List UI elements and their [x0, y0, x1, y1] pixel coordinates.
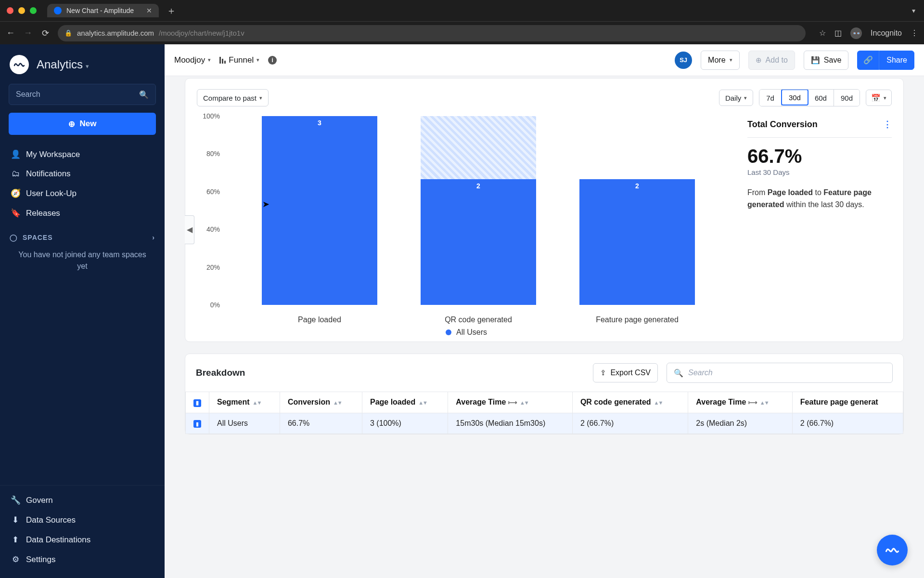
sidebar-item-workspace[interactable]: 👤My Workspace [5, 144, 160, 164]
range-7d[interactable]: 7d [759, 90, 782, 106]
compare-label: Compare to past [203, 94, 257, 102]
table-row[interactable]: ▮ All Users 66.7% 3 (100%) 15m30s (Media… [186, 413, 903, 434]
chevron-down-icon: ▾ [208, 57, 211, 63]
col-avg-time-2[interactable]: Average Time ⟼▲▼ [688, 392, 793, 413]
sidebar-item-data-sources[interactable]: ⬇Data Sources [5, 510, 160, 530]
bookmark-icon[interactable]: ☆ [819, 28, 826, 38]
col-conversion[interactable]: Conversion▲▼ [280, 392, 362, 413]
search-icon: 🔍 [139, 90, 149, 99]
metric-subtitle: Last 30 Days [747, 168, 892, 176]
sidebar-item-data-destinations[interactable]: ⬆Data Destinations [5, 530, 160, 550]
ytick: 100% [203, 112, 220, 120]
sidebar-item-label: Data Destinations [26, 535, 90, 545]
minimize-window-icon[interactable] [18, 7, 25, 14]
chevron-down-icon: ▾ [744, 95, 747, 101]
amplitude-logo [10, 55, 29, 74]
date-range-segments: 7d 30d 60d 90d [759, 89, 860, 106]
browser-tab[interactable]: New Chart - Amplitude ✕ [47, 4, 159, 17]
new-tab-button[interactable]: ＋ [167, 4, 176, 17]
workspace-label: Moodjoy [174, 55, 205, 65]
amplitude-icon [885, 543, 899, 557]
panel-collapse-handle[interactable]: ◀ [185, 215, 194, 244]
sidebar-item-label: Govern [26, 496, 53, 505]
reload-button[interactable]: ⟳ [40, 28, 50, 39]
address-bar[interactable]: 🔒 analytics.amplitude.com/moodjoy/chart/… [58, 25, 806, 41]
ytick: 20% [206, 263, 220, 271]
cell-avg1: 15m30s (Median 15m30s) [448, 413, 573, 434]
cell-feature: 2 (66.7%) [792, 413, 903, 434]
avatar[interactable]: SJ [675, 52, 692, 69]
url-path: /moodjoy/chart/new/j1jto1v [159, 29, 244, 37]
sidebar-item-user-lookup[interactable]: 🧭User Look-Up [5, 184, 160, 203]
sidebar-brand[interactable]: Analytics▾ [37, 58, 89, 71]
add-to-button: ⊕Add to [748, 51, 795, 70]
maximize-window-icon[interactable] [30, 7, 37, 14]
col-feature[interactable]: Feature page generat [792, 392, 903, 413]
date-picker[interactable]: 📅▾ [866, 90, 892, 106]
granularity-dropdown[interactable]: Daily▾ [719, 90, 753, 106]
range-60d[interactable]: 60d [808, 90, 834, 106]
person-icon: 👤 [11, 149, 20, 159]
download-icon: ⬇ [11, 515, 20, 525]
save-label: Save [824, 56, 841, 65]
chart-type-dropdown[interactable]: Funnel▾ [219, 55, 259, 65]
tabs-overflow-icon[interactable]: ▾ [912, 7, 915, 14]
range-30d[interactable]: 30d [781, 89, 808, 105]
browser-menu-icon[interactable]: ⋮ [911, 28, 918, 38]
arrow-icon: ⟼ [508, 399, 517, 406]
col-qr[interactable]: QR code generated▲▼ [572, 392, 688, 413]
share-label: Share [886, 56, 907, 65]
more-button[interactable]: More▾ [701, 51, 739, 70]
col-avg-time-1[interactable]: Average Time ⟼▲▼ [448, 392, 573, 413]
help-fab[interactable] [877, 535, 908, 565]
sort-icon: ▲▼ [654, 400, 663, 406]
col-page-loaded[interactable]: Page loaded▲▼ [362, 392, 448, 413]
legend-dot-icon [446, 329, 451, 335]
sidebar-item-notifications[interactable]: 🗂Notifications [5, 164, 160, 184]
col-checkbox[interactable]: ▮ [186, 392, 209, 413]
search-icon: 🔍 [674, 368, 683, 378]
chevron-right-icon: › [152, 234, 155, 241]
topbar: Moodjoy▾ Funnel▾ i SJ More▾ ⊕Add to 💾Sav… [165, 44, 924, 76]
sidebar-search-input[interactable] [16, 90, 139, 99]
col-segment[interactable]: Segment▲▼ [209, 392, 280, 413]
sidebar-item-label: Releases [26, 209, 60, 218]
breakdown-search[interactable]: 🔍 [667, 363, 893, 383]
incognito-icon: 👓 [850, 27, 862, 39]
chevron-down-icon: ▾ [86, 63, 89, 70]
kebab-menu-icon[interactable]: ⋮ [883, 119, 892, 130]
new-button[interactable]: ⊕ New [9, 113, 156, 135]
breakdown-title: Breakdown [196, 368, 245, 378]
workspace-dropdown[interactable]: Moodjoy▾ [174, 55, 211, 65]
spaces-empty-text: You have not joined any team spaces yet [0, 244, 165, 277]
close-tab-icon[interactable]: ✕ [146, 7, 152, 14]
close-window-icon[interactable] [7, 7, 13, 14]
sidebar-section-spaces[interactable]: ◯ SPACES › [0, 223, 165, 244]
calendar-icon: 📅 [871, 93, 881, 103]
sort-icon: ▲▼ [418, 400, 427, 406]
sidebar-search[interactable]: 🔍 [9, 84, 156, 105]
ytick: 0% [210, 301, 220, 309]
extensions-icon[interactable]: ◫ [834, 28, 842, 38]
info-icon[interactable]: i [268, 56, 277, 65]
locate-icon: 🧭 [11, 188, 20, 198]
sidebar-item-govern[interactable]: 🔧Govern [5, 490, 160, 510]
url-host: analytics.amplitude.com [77, 29, 154, 37]
back-button[interactable]: ← [6, 28, 15, 38]
export-csv-button[interactable]: ⇪Export CSV [593, 363, 658, 382]
mouse-cursor-icon: ➤ [262, 199, 270, 210]
link-icon[interactable]: 🔗 [857, 51, 879, 70]
breakdown-search-input[interactable] [688, 368, 886, 377]
sidebar-item-releases[interactable]: 🔖Releases [5, 203, 160, 223]
cell-segment: All Users [209, 413, 280, 434]
save-button[interactable]: 💾Save [804, 51, 848, 70]
funnel-icon [219, 57, 226, 64]
compare-dropdown[interactable]: Compare to past▾ [197, 89, 269, 106]
ytick: 40% [206, 225, 220, 233]
main: Moodjoy▾ Funnel▾ i SJ More▾ ⊕Add to 💾Sav… [165, 44, 924, 578]
checkbox-icon[interactable]: ▮ [193, 420, 201, 428]
sidebar-item-settings[interactable]: ⚙Settings [5, 550, 160, 569]
share-button[interactable]: Share [879, 51, 914, 70]
lock-icon: 🔒 [64, 29, 72, 37]
range-90d[interactable]: 90d [834, 90, 860, 106]
